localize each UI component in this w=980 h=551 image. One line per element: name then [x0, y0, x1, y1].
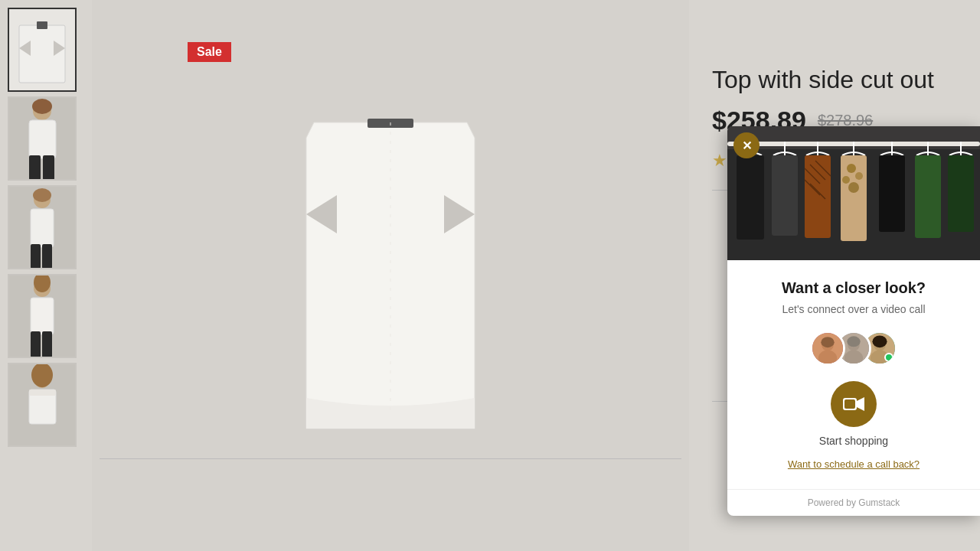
schedule-call-link[interactable]: Want to schedule a call back? [743, 458, 965, 470]
svg-marker-66 [857, 397, 864, 411]
popup-close-button[interactable]: ✕ [733, 132, 760, 158]
video-call-button-container: Start shopping [743, 381, 965, 447]
online-indicator [884, 353, 893, 362]
popup-subtitle: Let's connect over a video call [743, 303, 965, 315]
popup-banner-image: ✕ [727, 126, 980, 260]
svg-point-43 [847, 164, 856, 173]
popup-overlay: ✕ Want a closer look? Let's connect over… [0, 0, 980, 551]
svg-rect-52 [948, 155, 974, 232]
svg-point-59 [847, 336, 860, 347]
svg-rect-35 [805, 155, 831, 238]
popup-title: Want a closer look? [743, 279, 965, 297]
svg-point-55 [821, 337, 834, 347]
avatars-row [743, 331, 965, 366]
svg-point-56 [818, 350, 837, 366]
svg-rect-48 [879, 155, 905, 232]
svg-point-45 [842, 176, 850, 184]
svg-point-60 [844, 350, 863, 366]
svg-point-44 [855, 172, 863, 180]
svg-rect-31 [737, 155, 764, 240]
video-call-popup: ✕ Want a closer look? Let's connect over… [727, 126, 980, 516]
svg-point-46 [848, 182, 859, 193]
svg-rect-33 [772, 155, 798, 236]
svg-rect-67 [844, 399, 855, 409]
start-shopping-label: Start shopping [819, 435, 888, 447]
start-shopping-button[interactable] [831, 381, 877, 427]
svg-point-63 [872, 335, 887, 347]
popup-body: Want a closer look? Let's connect over a… [727, 260, 980, 489]
clothes-rack-svg [727, 126, 980, 260]
avatar-1 [810, 331, 845, 366]
powered-by-footer: Powered by Gumstack [727, 489, 980, 516]
close-icon: ✕ [742, 139, 752, 153]
svg-rect-50 [915, 155, 941, 238]
video-camera-icon [843, 396, 864, 412]
